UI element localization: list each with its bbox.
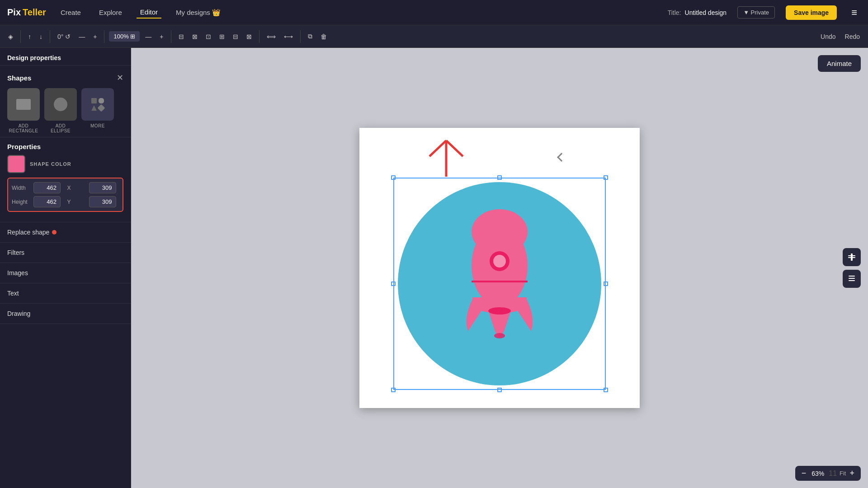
color-row: SHAPE COLOR — [7, 155, 123, 173]
rotate-plus[interactable]: + — [90, 31, 99, 42]
nav-editor[interactable]: Editor — [137, 6, 161, 19]
svg-point-17 — [488, 307, 511, 314]
height-label: Height — [12, 199, 31, 205]
arrow-shape[interactable] — [420, 131, 472, 183]
zoom-separator: 11 — [827, 469, 839, 478]
save-image-button[interactable]: Save image — [786, 5, 837, 20]
rectangle-icon — [15, 98, 32, 111]
replace-shape-item[interactable]: Replace shape — [0, 222, 131, 243]
svg-rect-2 — [91, 98, 97, 103]
hamburger-menu-button[interactable]: ≡ — [848, 5, 861, 20]
rectangle-shape-box — [7, 88, 40, 121]
filters-item[interactable]: Filters — [0, 243, 131, 263]
svg-point-18 — [494, 333, 505, 338]
rotation-button[interactable]: 0° ↺ — [55, 31, 73, 42]
zoom-out-button[interactable]: − — [799, 468, 809, 479]
properties-title: Properties — [7, 143, 123, 150]
add-rectangle-label: ADDRECTANGLE — [9, 123, 38, 133]
delete-button[interactable]: 🗑 — [318, 31, 330, 42]
flip-horizontal-button[interactable]: ⟺ — [264, 31, 278, 42]
rotate-minus[interactable]: — — [76, 31, 88, 42]
zoom-in-button[interactable]: + — [847, 468, 857, 479]
nav-mydesigns[interactable]: My designs 👑 — [172, 7, 224, 19]
height-field: Height — [12, 196, 64, 207]
width-field: Width — [12, 182, 64, 193]
text-item[interactable]: Text — [0, 283, 131, 304]
zoom-controls: − 63% 11 Fit + — [795, 466, 861, 481]
animate-button[interactable]: Animate — [818, 55, 861, 72]
private-button[interactable]: ▼ Private — [737, 6, 775, 19]
editor-toolbar: ◈ ↑ ↓ 0° ↺ — + 100% ⊞ — + ⊟ ⊠ ⊡ ⊞ ⊟ ⊠ ⟺ … — [0, 25, 868, 48]
layer-icon-button[interactable]: ◈ — [5, 31, 16, 42]
drawing-item[interactable]: Drawing — [0, 304, 131, 324]
zoom-fit-button[interactable]: Fit — [840, 470, 846, 477]
width-input[interactable] — [33, 182, 61, 193]
align-top[interactable]: ⊞ — [217, 31, 227, 42]
svg-point-11 — [472, 209, 528, 254]
rocket-scene[interactable] — [393, 178, 606, 390]
svg-rect-3 — [99, 98, 104, 103]
redo-button[interactable]: Redo — [842, 31, 863, 42]
nav-create[interactable]: Create — [57, 7, 85, 18]
add-ellipse-label: ADDELLIPSE — [51, 123, 71, 133]
zoom-minus[interactable]: — — [142, 31, 154, 42]
y-label: Y — [67, 199, 86, 205]
shapes-header: Shapes ✕ — [7, 73, 123, 83]
zoom-display: 100% ⊞ — [109, 31, 140, 42]
color-swatch[interactable] — [7, 155, 25, 173]
more-shapes-icon — [90, 96, 106, 113]
arrow-svg — [420, 131, 472, 183]
undo-button[interactable]: Undo — [818, 31, 838, 42]
width-x-row: Width X — [12, 182, 119, 193]
zoom-plus[interactable]: + — [157, 31, 166, 42]
duplicate-button[interactable]: ⧉ — [305, 31, 315, 42]
shape-color-label: SHAPE COLOR — [30, 161, 71, 167]
svg-rect-23 — [849, 278, 855, 279]
text-label: Text — [7, 290, 19, 297]
x-input[interactable] — [89, 182, 116, 193]
undo-redo-area: Undo Redo — [818, 31, 863, 42]
align-center[interactable]: ⊠ — [189, 31, 200, 42]
align-right[interactable]: ⊡ — [203, 31, 214, 42]
replace-shape-label: Replace shape — [7, 229, 49, 236]
toolbar-separator-4 — [171, 30, 171, 43]
svg-rect-5 — [98, 104, 105, 112]
move-down-button[interactable]: ↓ — [37, 31, 45, 42]
align-middle[interactable]: ⊟ — [230, 31, 241, 42]
dimensions-box: Width X Height Y — [7, 178, 123, 212]
svg-marker-4 — [91, 105, 97, 111]
align-left[interactable]: ⊟ — [176, 31, 187, 42]
logo[interactable]: PixTeller — [7, 7, 46, 18]
svg-point-1 — [54, 98, 67, 111]
svg-point-13 — [493, 255, 506, 267]
y-field: Y — [67, 196, 119, 207]
canvas-area[interactable]: Animate — [131, 48, 868, 488]
svg-rect-0 — [16, 99, 31, 110]
flip-vertical-button[interactable]: ⟷ — [281, 31, 296, 42]
y-input[interactable] — [89, 196, 116, 207]
add-more-tile[interactable]: MORE — [81, 88, 114, 133]
images-item[interactable]: Images — [0, 263, 131, 283]
design-properties-label: Design properties — [0, 48, 131, 66]
add-ellipse-tile[interactable]: ADDELLIPSE — [44, 88, 77, 133]
add-layer-icon — [848, 253, 856, 261]
height-input[interactable] — [33, 196, 61, 207]
width-label: Width — [12, 185, 31, 191]
svg-line-7 — [429, 141, 446, 156]
move-up-button[interactable]: ↑ — [25, 31, 34, 42]
add-rectangle-tile[interactable]: ADDRECTANGLE — [7, 88, 40, 133]
close-shapes-button[interactable]: ✕ — [117, 73, 123, 83]
rocket-svg — [393, 178, 606, 390]
ellipse-icon — [52, 96, 69, 113]
align-bottom[interactable]: ⊠ — [244, 31, 255, 42]
filters-label: Filters — [7, 249, 24, 256]
nav-explore[interactable]: Explore — [95, 7, 126, 18]
ellipse-shape-box — [44, 88, 77, 121]
logo-teller: Teller — [23, 7, 46, 18]
svg-line-8 — [446, 141, 463, 156]
right-icon-button-1[interactable] — [843, 248, 861, 266]
svg-rect-24 — [849, 280, 855, 281]
right-icon-button-2[interactable] — [843, 270, 861, 288]
layers-icon — [848, 275, 856, 283]
zoom-percentage: 63% — [810, 470, 826, 477]
